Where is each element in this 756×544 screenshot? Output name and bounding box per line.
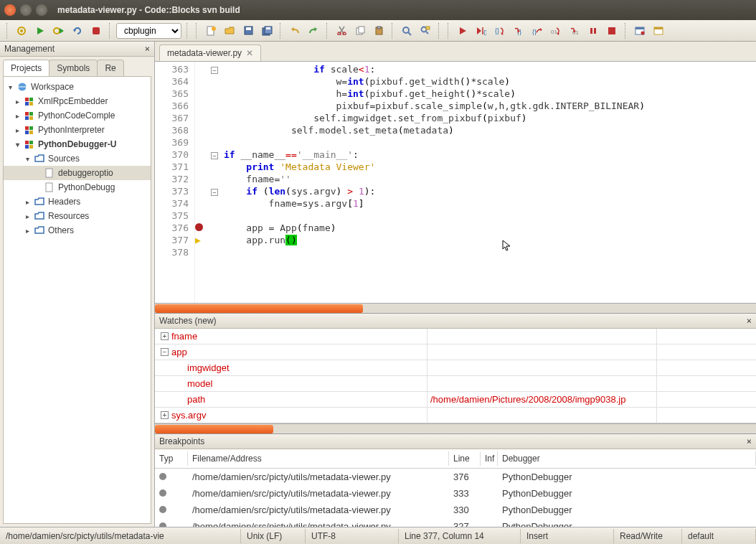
folder-others[interactable]: ▸Others	[4, 223, 151, 238]
watches-hscrollbar[interactable]	[155, 423, 756, 433]
status-bar: /home/damien/src/picty/utils/metadata-vi…	[0, 527, 756, 544]
open-button[interactable]	[222, 23, 237, 39]
abort-button[interactable]	[88, 23, 104, 39]
copy-button[interactable]	[352, 23, 368, 39]
code-editor[interactable]: 3633643653663673683693703713723733743753…	[155, 62, 756, 303]
status-cursor-pos: Line 377, Column 14	[399, 529, 521, 543]
save-all-button[interactable]	[259, 23, 275, 39]
step-into-button[interactable]: {}	[511, 23, 526, 39]
build-target-combo[interactable]: cbplugin	[116, 23, 181, 39]
folder-headers[interactable]: ▸Headers	[4, 194, 151, 209]
debug-continue-button[interactable]	[455, 23, 471, 39]
breakpoint-row[interactable]: /home/damien/src/picty/utils/metadata-vi…	[155, 518, 756, 527]
svg-rect-59	[29, 126, 33, 130]
line-gutter[interactable]: 3633643653663673683693703713723733743753…	[155, 62, 195, 303]
status-profile: default	[682, 529, 756, 543]
svg-rect-13	[266, 27, 270, 29]
code-content[interactable]: if scale<1: w=int(pixbuf.get_width()*sca…	[221, 62, 756, 303]
svg-rect-57	[29, 116, 33, 120]
window-maximize-button[interactable]	[36, 4, 47, 16]
svg-point-46	[641, 31, 645, 34]
file-node[interactable]: PythonDebugg	[4, 180, 151, 194]
watch-row[interactable]: imgwidget	[155, 360, 756, 376]
status-path: /home/damien/src/picty/utils/metadata-vi…	[0, 529, 241, 543]
bp-hdr-file[interactable]: Filename/Address	[188, 451, 449, 466]
svg-rect-60	[25, 131, 29, 134]
management-panel: Management × Projects Symbols Re ▾Worksp…	[0, 42, 155, 527]
breakpoint-row[interactable]: /home/damien/src/picty/utils/metadata-vi…	[155, 502, 756, 518]
debug-windows-button[interactable]	[632, 23, 648, 39]
svg-text:{}: {}	[495, 27, 499, 34]
tab-symbols[interactable]: Symbols	[49, 60, 98, 76]
workspace-node[interactable]: ▾Workspace	[4, 80, 151, 94]
build-button[interactable]	[14, 23, 29, 39]
info-button[interactable]	[651, 23, 666, 39]
folder-sources[interactable]: ▾Sources	[4, 151, 151, 166]
svg-rect-62	[25, 141, 29, 144]
rebuild-button[interactable]	[70, 23, 85, 39]
window-close-button[interactable]	[4, 4, 16, 16]
projects-tree[interactable]: ▾Workspace ▸XmlRpcEmbedder ▸PythonCodeCo…	[3, 76, 151, 524]
svg-rect-65	[29, 145, 33, 149]
cut-button[interactable]	[334, 23, 349, 39]
tab-projects[interactable]: Projects	[3, 60, 49, 76]
run-to-cursor-button[interactable]: {}	[473, 23, 489, 39]
breakpoints-close-button[interactable]: ×	[747, 436, 752, 446]
next-instr-button[interactable]: 01	[548, 23, 564, 39]
editor-hscrollbar[interactable]	[155, 303, 756, 313]
window-minimize-button[interactable]	[20, 4, 32, 16]
folder-icon	[34, 210, 45, 222]
watch-row[interactable]: path/home/damien/Pictures/2008/2008/imgp…	[155, 392, 756, 408]
breakpoint-row[interactable]: /home/damien/src/picty/utils/metadata-vi…	[155, 469, 756, 485]
redo-button[interactable]	[306, 23, 321, 39]
step-out-button[interactable]: {}	[529, 23, 545, 39]
run-button[interactable]	[32, 23, 48, 39]
management-close-button[interactable]: ×	[145, 44, 150, 54]
svg-text:01: 01	[551, 29, 557, 35]
svg-marker-14	[291, 27, 294, 32]
file-node[interactable]: debuggeroptio	[4, 166, 151, 180]
fold-margin[interactable]: − − −	[208, 62, 221, 303]
editor-tab-close[interactable]: ✕	[246, 48, 253, 58]
folder-resources[interactable]: ▸Resources	[4, 209, 151, 223]
project-node-active[interactable]: ▾PythonDebugger-U	[4, 137, 151, 151]
undo-button[interactable]	[287, 23, 303, 39]
tab-resources[interactable]: Re	[97, 60, 123, 76]
svg-line-23	[408, 32, 411, 35]
editor-tab[interactable]: metadata-viewer.py ✕	[159, 44, 261, 61]
find-button[interactable]	[399, 23, 415, 39]
watch-row[interactable]: model	[155, 376, 756, 392]
bp-hdr-debugger[interactable]: Debugger	[498, 451, 756, 466]
replace-button[interactable]	[417, 23, 433, 39]
bp-hdr-line[interactable]: Line	[449, 451, 481, 466]
new-file-button[interactable]	[203, 23, 219, 39]
svg-rect-56	[25, 116, 29, 120]
watches-title: Watches (new)	[159, 316, 217, 326]
project-node[interactable]: ▸XmlRpcEmbedder	[4, 94, 151, 108]
project-icon	[24, 124, 35, 136]
project-node[interactable]: ▸PythonInterpreter	[4, 123, 151, 137]
breakpoints-rows[interactable]: /home/damien/src/picty/utils/metadata-vi…	[155, 469, 756, 527]
paste-button[interactable]	[371, 23, 387, 39]
watches-close-button[interactable]: ×	[747, 316, 752, 326]
watch-row[interactable]: −app	[155, 344, 756, 360]
break-button[interactable]	[585, 23, 601, 39]
watch-row[interactable]: +sys.argv	[155, 408, 756, 423]
project-node[interactable]: ▸PythonCodeComple	[4, 108, 151, 123]
svg-text:{}: {}	[483, 29, 486, 35]
step-into-instr-button[interactable]: 01	[567, 23, 582, 39]
bp-hdr-type[interactable]: Typ	[155, 451, 188, 466]
cursor-pointer-icon	[502, 240, 512, 253]
stop-debug-button[interactable]	[604, 23, 620, 39]
svg-rect-41	[590, 28, 592, 34]
watch-row[interactable]: +fname	[155, 329, 756, 344]
breakpoint-row[interactable]: /home/damien/src/picty/utils/metadata-vi…	[155, 485, 756, 502]
watches-table[interactable]: +fname−appimgwidgetmodelpath/home/damien…	[155, 329, 756, 423]
bp-hdr-inf[interactable]: Inf	[481, 451, 498, 466]
save-button[interactable]	[240, 23, 256, 39]
svg-rect-26	[426, 27, 430, 29]
build-and-run-button[interactable]	[51, 23, 67, 39]
marker-margin[interactable]: ▶	[195, 62, 208, 303]
editor-tab-label: metadata-viewer.py	[167, 48, 242, 58]
next-line-button[interactable]: {}	[492, 23, 508, 39]
